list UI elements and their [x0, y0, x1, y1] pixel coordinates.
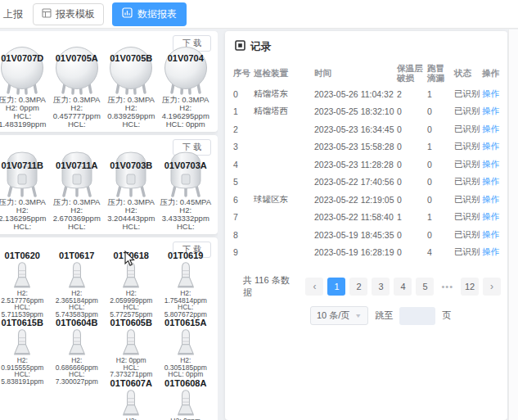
tower-tank-icon — [104, 389, 159, 417]
row-status: 已识别 — [453, 85, 480, 103]
row-time: 2023-05-23 11:28:28 — [313, 156, 395, 174]
tower-column: 01T0618H2:2.059999ppmHCL:5.772575ppm01T0… — [104, 251, 159, 420]
action-link[interactable]: 操作 — [482, 141, 499, 151]
tank-card: 01T0608AH2: 0ppmHCL: 0ppm — [159, 378, 214, 420]
pagination: 共 116 条数据 ‹12345•••12› — [232, 274, 501, 299]
pager-page-button[interactable]: 1 — [327, 278, 345, 296]
tank-value-line: HCL: — [0, 223, 50, 231]
row-action-cell: 操作 — [480, 244, 502, 262]
tank-id: 01V0703A — [155, 160, 217, 170]
pager-next-button[interactable]: › — [483, 278, 501, 296]
action-link[interactable]: 操作 — [482, 106, 499, 115]
pager-page-button[interactable]: 4 — [394, 278, 412, 296]
row-insulation: 2 — [395, 85, 426, 103]
tank-values: H2:1.297036ppmHCL: 0ppm — [104, 418, 159, 420]
tab-upload-partial[interactable]: 上报 — [2, 4, 25, 25]
tank-values: 压力: 0.3MPAH2:0.839259ppmHCL: — [104, 96, 159, 129]
tank-card: 01V0705B压力: 0.3MPAH2:0.839259ppmHCL: — [104, 46, 159, 129]
action-link[interactable]: 操作 — [482, 211, 499, 221]
action-link[interactable]: 操作 — [482, 229, 499, 239]
row-leak: 1 — [426, 138, 453, 156]
tank-card: 01T0605BH2: 0ppmHCL:7.373271ppm — [104, 318, 159, 378]
tank-id: 01T0615A — [159, 318, 214, 328]
pager-page-button[interactable]: 5 — [416, 278, 434, 296]
row-action-cell: 操作 — [480, 120, 502, 138]
row-no: 8 — [232, 226, 252, 244]
row-leak: 1 — [426, 85, 453, 103]
tank-id: 01V0711B — [0, 160, 53, 170]
action-link[interactable]: 操作 — [482, 159, 499, 169]
tank-value-line: 1.483199ppm — [0, 120, 50, 129]
tank-id: 01T0604B — [50, 318, 105, 328]
tank-values: H2:0.305185ppmHCL: 0ppm — [159, 357, 214, 378]
column-header: 时间 — [313, 61, 395, 85]
row-device — [252, 226, 313, 244]
main-area: 下载01V0707D压力: 0.3MPAH2: 0ppmHCL:1.483199… — [0, 29, 518, 420]
page-size-select[interactable]: 10 条/页 ▼ — [310, 306, 368, 325]
row-leak: 0 — [426, 103, 453, 121]
tank-value-line: HCL: — [104, 223, 159, 231]
pager-page-button[interactable]: 3 — [372, 278, 390, 296]
records-table: 序号巡检装置时间保温层破损跑冒滴漏状态操作 0精馏塔东2023-05-26 11… — [232, 61, 502, 261]
row-insulation: 1 — [395, 209, 426, 227]
action-link[interactable]: 操作 — [482, 194, 499, 204]
row-leak: 0 — [426, 174, 453, 192]
action-link[interactable]: 操作 — [482, 88, 499, 98]
column-header: 状态 — [453, 61, 480, 85]
tank-values: H2:2.059999ppmHCL:5.772575ppm — [104, 290, 159, 318]
tank-values: 压力: 0.3MPAH2:0.457777ppmHCL: — [50, 96, 105, 129]
pager-page-button[interactable]: 2 — [349, 278, 367, 296]
pager-buttons: ‹12345•••12› — [305, 278, 501, 296]
page-suffix-label: 页 — [442, 309, 451, 322]
action-link[interactable]: 操作 — [482, 124, 499, 133]
tank-id: 01V0705A — [47, 53, 108, 63]
pager-prev-button[interactable]: ‹ — [305, 278, 323, 296]
tank-card: 01T0615BH2:0.915555ppmHCL:5.838191ppm — [0, 318, 50, 385]
tank-id: 01T0618 — [104, 251, 159, 261]
tank-values: 压力: 0.3MPAH2:4.196295ppmHCL: 0ppm — [159, 96, 214, 129]
pager-page-button[interactable]: 12 — [461, 278, 479, 296]
row-device — [252, 174, 313, 192]
tank-grid: 01V0707D压力: 0.3MPAH2: 0ppmHCL:1.483199pp… — [0, 46, 213, 129]
row-action-cell: 操作 — [480, 209, 502, 227]
tank-card: 01T0615AH2:0.305185ppmHCL: 0ppm — [159, 318, 214, 378]
tower-tank-icon — [104, 328, 159, 356]
tank-value-line: 5.807672ppm — [159, 311, 214, 318]
tank-value-line: HCL: — [159, 223, 214, 231]
row-leak: 4 — [426, 244, 453, 262]
action-link[interactable]: 操作 — [482, 246, 499, 256]
tab-data-report[interactable]: 数据报表 — [112, 2, 187, 26]
row-leak: 0 — [426, 191, 453, 209]
tank-card: 01V0711B压力: 0.3MPAH2:2.136295ppmHCL: — [0, 150, 50, 231]
column-header: 巡检装置 — [252, 61, 313, 85]
tank-value-line: 5.838191ppm — [0, 378, 50, 386]
row-no: 7 — [232, 209, 252, 227]
pager-more-button[interactable]: ••• — [438, 278, 457, 296]
tank-id: 01V0705B — [101, 53, 162, 63]
tower-tank-icon — [159, 261, 214, 289]
tab-report-template[interactable]: 报表模板 — [33, 3, 104, 25]
row-time: 2023-05-23 16:34:45 — [313, 120, 395, 138]
tank-values: H2:0.686666ppmHCL:7.300027ppm — [50, 357, 105, 385]
template-icon — [42, 8, 52, 20]
bar-chart-icon — [122, 7, 133, 20]
tank-card: 01T0619H2:1.754814ppmHCL:5.807672ppm — [159, 251, 214, 318]
tab-report-template-label: 报表模板 — [56, 7, 95, 21]
row-no: 2 — [232, 120, 252, 138]
tank-value-line: 7.300027ppm — [50, 378, 105, 386]
row-no: 0 — [232, 85, 252, 103]
tank-id: 01V0704 — [155, 53, 217, 63]
column-header: 操作 — [480, 61, 502, 85]
action-link[interactable]: 操作 — [482, 176, 499, 186]
jump-page-input[interactable] — [399, 307, 435, 325]
tank-value-line: HCL: — [50, 120, 105, 129]
row-time: 2023-05-22 11:58:40 — [313, 209, 395, 227]
row-device: 精馏塔西 — [252, 103, 313, 121]
row-time: 2023-05-19 16:28:19 — [313, 244, 395, 262]
pagination-controls: 10 条/页 ▼ 跳至 页 — [232, 306, 501, 325]
tower-column: 01T0617H2:2.365184ppmHCL:5.743583ppm01T0… — [50, 251, 105, 420]
table-row: 6球罐区东2023-05-22 12:19:0500已识别操作 — [232, 191, 502, 209]
tank-value-line: 5.772575ppm — [104, 311, 159, 318]
row-time: 2023-05-22 12:19:05 — [313, 191, 395, 209]
scrollbar-track[interactable] — [508, 29, 518, 420]
